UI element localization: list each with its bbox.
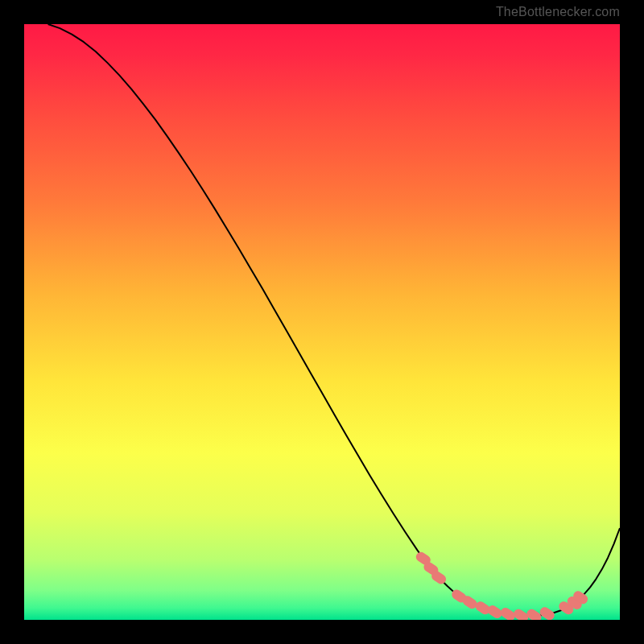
attribution-label: TheBottlenecker.com xyxy=(496,5,620,19)
bottleneck-chart xyxy=(24,24,620,620)
chart-root: TheBottlenecker.com xyxy=(0,0,644,644)
